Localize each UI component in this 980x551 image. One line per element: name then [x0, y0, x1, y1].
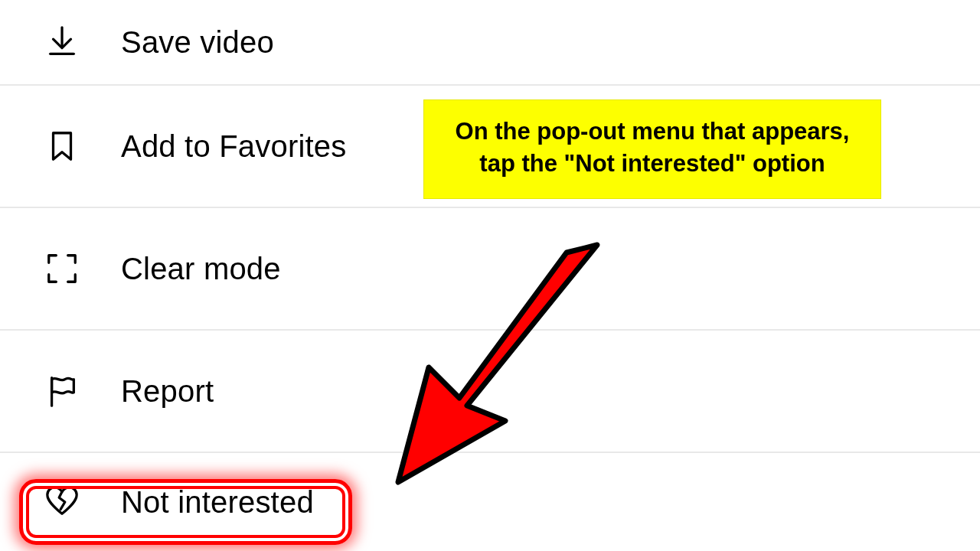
- download-icon: [44, 24, 90, 60]
- popout-menu: Save video Add to Favorites Clear mode: [0, 0, 980, 551]
- menu-item-clear-mode[interactable]: Clear mode: [0, 207, 980, 329]
- menu-item-label: Save video: [121, 25, 274, 60]
- fullscreen-icon: [44, 251, 90, 286]
- menu-item-label: Not interested: [121, 485, 314, 520]
- instruction-screenshot: Save video Add to Favorites Clear mode: [0, 0, 980, 551]
- menu-item-not-interested[interactable]: Not interested: [0, 452, 980, 551]
- menu-item-save-video[interactable]: Save video: [0, 0, 980, 84]
- flag-icon: [44, 373, 90, 409]
- menu-item-label: Add to Favorites: [121, 129, 346, 164]
- instruction-callout: On the pop-out menu that appears, tap th…: [423, 99, 881, 199]
- callout-text: On the pop-out menu that appears, tap th…: [456, 118, 850, 177]
- bookmark-icon: [44, 129, 90, 164]
- menu-item-report[interactable]: Report: [0, 329, 980, 452]
- broken-heart-icon: [44, 484, 90, 520]
- menu-item-label: Clear mode: [121, 252, 281, 286]
- menu-item-label: Report: [121, 374, 214, 409]
